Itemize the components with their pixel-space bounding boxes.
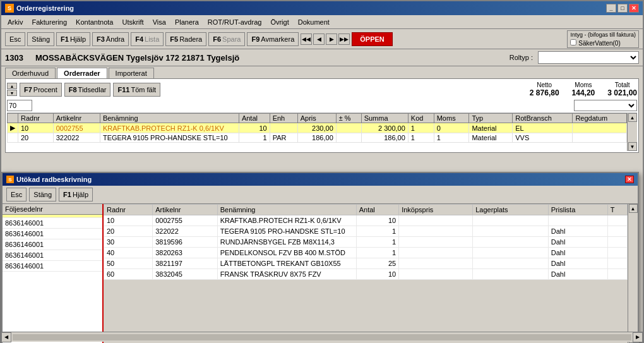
popup-table: Radnr Artikelnr Benämning Antal Inköpspr… <box>104 204 628 280</box>
type-dropdown[interactable] <box>574 100 637 111</box>
nav-last-button[interactable]: ▶▶ <box>338 33 350 45</box>
main-h-scroll-right-btn[interactable]: ▶ <box>633 332 643 342</box>
table-row[interactable]: 30 3819596 RUNDJÄRNSBYGEL FZB M8X114,3 1… <box>104 237 628 248</box>
f8-tidsedlar-button[interactable]: F8Tidsedlar <box>64 83 111 97</box>
cell-moms: 0 <box>434 123 469 133</box>
table-row[interactable]: 20 322022 TEGERA 9105 PRO-HANDSKE STL=10… <box>8 133 627 143</box>
f7-procent-button[interactable]: F7Procent <box>20 83 62 97</box>
menu-ovrigt[interactable]: Övrigt <box>266 17 292 27</box>
popup-f1-hjalp-button[interactable]: F1Hjälp <box>59 188 93 202</box>
f6-spara-button[interactable]: F6Spara <box>208 32 245 46</box>
menu-kontantnota[interactable]: Kontantnota <box>72 17 117 27</box>
vertical-scrollbar[interactable]: ▲ ▼ <box>627 113 637 151</box>
netto-label: Netto <box>537 81 552 88</box>
f9-avmarkera-button[interactable]: F9Avmarkera <box>247 32 299 46</box>
popup-title: Utökad radbeskrivning <box>16 176 92 183</box>
main-h-scroll-left-btn[interactable]: ◀ <box>1 332 11 342</box>
order-number: 1303 <box>5 53 30 63</box>
title-bar: S Orderregistrering _ □ ✕ <box>1 1 643 15</box>
popup-col-radnr: Radnr <box>104 205 153 215</box>
popup-esc-button[interactable]: Esc <box>6 188 27 202</box>
maximize-button[interactable]: □ <box>617 4 628 13</box>
list-item[interactable]: 8636146001 <box>3 229 102 239</box>
nav-next-button[interactable]: ▶ <box>326 33 337 45</box>
minimize-button[interactable]: _ <box>606 4 616 13</box>
menu-rot-rut[interactable]: ROT/RUT-avdrag <box>204 17 266 27</box>
tab-importerat[interactable]: Importerat <box>109 68 154 78</box>
list-item[interactable]: 8636146001 <box>3 218 102 229</box>
main-h-scroll-track <box>13 334 631 340</box>
toolbar: Esc Stäng F1Hjälp F3Ändra F4Lista F5Rade… <box>1 29 643 49</box>
menu-visa[interactable]: Visa <box>149 17 170 27</box>
nav-prev-button[interactable]: ◀ <box>313 33 325 45</box>
scroll-up-button[interactable]: ▲ <box>7 83 17 89</box>
app-icon: S <box>5 4 14 13</box>
f11-tom-falt-button[interactable]: F11Töm fält <box>113 83 160 97</box>
table-row[interactable]: 20 322022 TEGERA 9105 PRO-HANDSKE STL=10… <box>104 226 628 237</box>
popup-vertical-scrollbar[interactable]: ▲ ▼ <box>628 204 638 343</box>
menu-fakturering[interactable]: Fakturering <box>28 17 71 27</box>
cell-regdatum <box>573 133 627 143</box>
list-item[interactable]: 8636146001 <box>3 261 102 272</box>
cell-pct <box>336 133 361 143</box>
roltyp-select[interactable] <box>538 51 639 64</box>
esc-button[interactable]: Esc <box>5 32 25 46</box>
col-apris: Apris <box>297 114 336 123</box>
popup-icon: S <box>6 176 14 183</box>
cell-summa: 2 300,00 <box>361 123 408 133</box>
roltyp-label: Roltyp : <box>510 54 533 61</box>
cell-artikelnr: 322022 <box>53 133 100 143</box>
list-item[interactable]: 8636146001 <box>3 239 102 250</box>
popup-stang-button[interactable]: Stäng <box>29 188 56 202</box>
sakervatten-checkbox[interactable] <box>570 39 576 45</box>
table-row[interactable]: 50 3821197 LÄTTBETONGPL TREKANT GB10X55 … <box>104 258 628 269</box>
popup-scroll-up-btn[interactable]: ▲ <box>629 204 638 213</box>
col-summa: Summa <box>361 114 408 123</box>
nav-buttons: ◀◀ ◀ ▶ ▶▶ <box>301 33 350 45</box>
status-button[interactable]: ÖPPEN <box>352 32 393 46</box>
f1-hjalp-button[interactable]: F1Hjälp <box>56 32 90 46</box>
table-row[interactable]: 10 0002755 KRAFTKAB.PROTECH RZ1-K 0,6/1K… <box>104 215 628 226</box>
close-button[interactable]: ✕ <box>629 4 639 13</box>
sakervatten-checkbox-label[interactable]: SäkerVatten(0) <box>570 39 636 47</box>
table-row[interactable]: 60 3832045 FRANSK TRÄSKRUV 8X75 FZV 10 D… <box>104 269 628 280</box>
table-row[interactable]: ▶ 10 0002755 KRAFTKAB.PROTECH RZ1-K 0,6/… <box>8 123 627 133</box>
nav-first-button[interactable]: ◀◀ <box>301 33 312 45</box>
cell-pct <box>336 123 361 133</box>
cell-typ: Material <box>469 123 513 133</box>
scroll-down-btn[interactable]: ▼ <box>628 142 637 151</box>
menu-utskrift[interactable]: Utskrift <box>118 17 147 27</box>
popup-left-header: Följesedelnr <box>3 204 102 215</box>
scroll-down-button[interactable]: ▼ <box>7 90 17 96</box>
main-h-scrollbar[interactable]: ◀ ▶ <box>1 332 643 342</box>
stang-button[interactable]: Stäng <box>27 32 54 46</box>
quantity-input[interactable] <box>7 100 32 111</box>
popup-col-prislista: Prislista <box>548 205 607 215</box>
scroll-up-btn[interactable]: ▲ <box>628 113 637 122</box>
popup-close-button[interactable]: ✕ <box>625 176 634 183</box>
order-address: MOSSABÄCKSVÄGEN Tygelsjöv 172 21871 Tyge… <box>35 53 239 63</box>
menu-arkiv[interactable]: Arkiv <box>4 17 27 27</box>
moms-value: 144,20 <box>572 88 595 97</box>
f4-lista-button[interactable]: F4Lista <box>131 32 164 46</box>
window-title: Orderregistrering <box>16 4 74 12</box>
tab-orderrader[interactable]: Orderrader <box>57 68 107 78</box>
table-row[interactable]: 40 3820263 PENDELKONSOL FZV BB 400 M.STÖ… <box>104 248 628 258</box>
f3-andra-button[interactable]: F3Ändra <box>92 32 129 46</box>
moms-total: Moms 144,20 <box>572 81 595 97</box>
cell-rotbransch: VVS <box>513 133 573 143</box>
col-rotbransch: RotBransch <box>513 114 573 123</box>
menu-planera[interactable]: Planera <box>171 17 203 27</box>
row-indicator: ▶ <box>8 123 18 133</box>
col-antal: Antal <box>239 114 270 123</box>
menu-dokument[interactable]: Dokument <box>294 17 333 27</box>
order-header: 1303 MOSSABÄCKSVÄGEN Tygelsjöv 172 21871… <box>1 49 643 66</box>
tab-orderhuvud[interactable]: Orderhuvud <box>5 68 56 78</box>
cell-benamning: TEGERA 9105 PRO-HANDSKE STL=10 <box>100 133 239 143</box>
col-radnr: Radnr <box>18 114 54 123</box>
totalt-total: Totalt 3 021,00 <box>607 81 637 97</box>
cell-kod: 1 <box>408 133 434 143</box>
f5-radera-button[interactable]: F5Radera <box>165 32 206 46</box>
list-item[interactable]: 8636146001 <box>3 250 102 261</box>
cell-enh: PAR <box>270 133 297 143</box>
